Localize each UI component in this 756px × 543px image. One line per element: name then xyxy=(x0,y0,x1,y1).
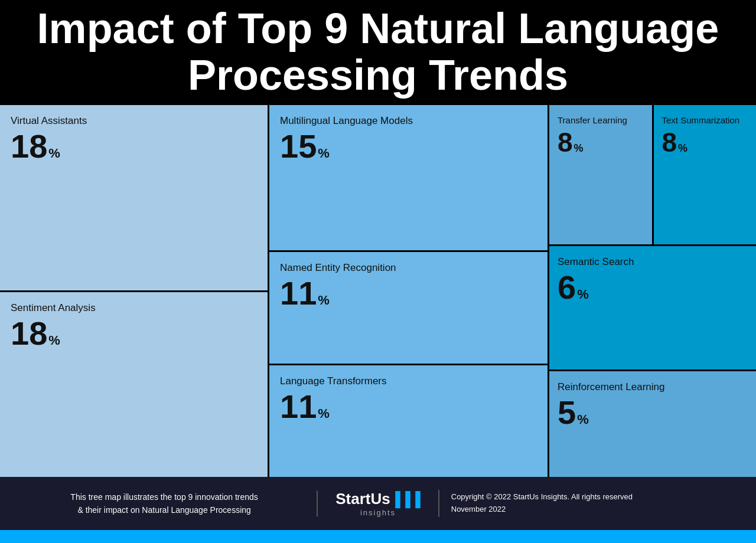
mlm-number: 15 xyxy=(280,130,317,163)
ner-value: 11 % xyxy=(280,277,537,310)
cell-text-summarization: Text Summarization 8 % xyxy=(654,105,757,244)
cell-multilingual: Multilingual Language Models 15 % xyxy=(269,105,548,252)
logo-sub: insights xyxy=(360,508,396,517)
treemap: Virtual Assistants 18 % Sentiment Analys… xyxy=(0,105,756,477)
lt-value: 11 % xyxy=(280,390,537,423)
ner-label: Named Entity Recognition xyxy=(280,261,537,274)
footer-logo: StartUs ▐▐▐ insights xyxy=(318,490,439,517)
treemap-col1: Virtual Assistants 18 % Sentiment Analys… xyxy=(0,105,269,477)
page-title: Impact of Top 9 Natural Language Process… xyxy=(12,5,744,99)
rl-value: 5 % xyxy=(558,396,748,429)
sa-label: Sentiment Analysis xyxy=(11,302,257,315)
cell-ner: Named Entity Recognition 11 % xyxy=(269,252,548,365)
ts-label: Text Summarization xyxy=(662,115,748,126)
cell-transfer-learning: Transfer Learning 8 % xyxy=(549,105,654,244)
ts-number: 8 xyxy=(662,129,677,156)
rl-number: 5 xyxy=(558,396,576,429)
ts-pct: % xyxy=(678,142,687,155)
cell-semantic-search: Semantic Search 6 % xyxy=(549,246,756,371)
mlm-label: Multilingual Language Models xyxy=(280,115,537,127)
va-value: 18 % xyxy=(11,130,257,163)
mlm-pct: % xyxy=(318,146,330,161)
rl-label: Reinforcement Learning xyxy=(558,381,748,394)
ts-value: 8 % xyxy=(662,129,748,156)
footer-desc-line2: & their impact on Natural Language Proce… xyxy=(77,505,250,515)
va-pct: % xyxy=(48,146,60,161)
ss-label: Semantic Search xyxy=(558,256,748,269)
treemap-col2: Multilingual Language Models 15 % Named … xyxy=(269,105,549,477)
lt-label: Language Transformers xyxy=(280,375,537,388)
treemap-col3-top: Transfer Learning 8 % Text Summarization… xyxy=(549,105,756,246)
tl-number: 8 xyxy=(558,129,573,156)
ner-pct: % xyxy=(318,293,330,308)
lt-number: 11 xyxy=(280,390,317,423)
cell-virtual-assistants: Virtual Assistants 18 % xyxy=(0,105,268,292)
rl-pct: % xyxy=(577,412,589,427)
sa-value: 18 % xyxy=(11,317,257,350)
treemap-col3: Transfer Learning 8 % Text Summarization… xyxy=(549,105,756,477)
tl-pct: % xyxy=(574,142,584,155)
logo-bars-icon: ▐▐▐ xyxy=(390,491,421,508)
page-footer: This tree map illustrates the top 9 inno… xyxy=(0,477,756,530)
footer-description: This tree map illustrates the top 9 inno… xyxy=(24,490,318,517)
tl-value: 8 % xyxy=(558,129,644,156)
footer-copyright: Copyright © 2022 StartUs Insights. All r… xyxy=(439,491,732,516)
logo-name: StartUs xyxy=(335,490,390,508)
tl-label: Transfer Learning xyxy=(558,115,644,126)
ner-number: 11 xyxy=(280,277,317,310)
cell-sentiment-analysis: Sentiment Analysis 18 % xyxy=(0,292,268,477)
ss-pct: % xyxy=(577,287,589,302)
va-label: Virtual Assistants xyxy=(11,115,257,127)
sa-number: 18 xyxy=(11,317,47,350)
cell-reinforcement-learning: Reinforcement Learning 5 % xyxy=(549,371,756,477)
copyright-text: Copyright © 2022 StartUs Insights. All r… xyxy=(451,492,633,501)
sa-pct: % xyxy=(48,333,60,348)
cell-language-transformers: Language Transformers 11 % xyxy=(269,365,548,477)
page-header: Impact of Top 9 Natural Language Process… xyxy=(0,0,756,105)
ss-number: 6 xyxy=(558,271,576,304)
date-text: November 2022 xyxy=(451,505,506,513)
footer-desc-line1: This tree map illustrates the top 9 inno… xyxy=(70,492,258,502)
ss-value: 6 % xyxy=(558,271,748,304)
va-number: 18 xyxy=(11,130,47,163)
lt-pct: % xyxy=(318,406,330,421)
mlm-value: 15 % xyxy=(280,130,537,163)
logo-text: StartUs ▐▐▐ xyxy=(335,490,421,508)
bottom-accent-bar xyxy=(0,530,756,543)
